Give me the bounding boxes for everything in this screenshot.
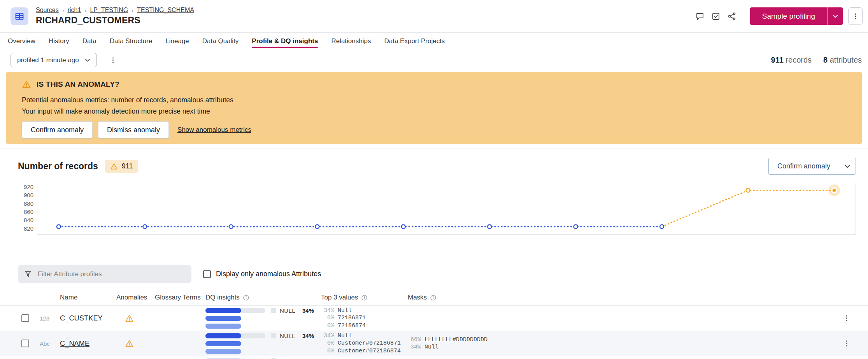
tab-profile-dq-insights[interactable]: Profile & DQ insights: [252, 33, 318, 50]
y-axis-tick: 860: [24, 208, 33, 215]
y-axis-tick: 820: [24, 225, 33, 232]
filter-funnel-icon: [24, 270, 32, 278]
column-dq-insights: DQ insights: [205, 294, 240, 301]
warning-icon: [110, 163, 118, 170]
attribute-link[interactable]: C_NAME: [60, 340, 89, 347]
confirm-anomaly-button[interactable]: Confirm anomaly: [22, 121, 93, 138]
breadcrumb: Sources › rich1 › LP_TESTING › TESTING_S…: [36, 7, 194, 14]
row-checkbox[interactable]: [21, 314, 29, 322]
breadcrumb-separator: ›: [62, 7, 64, 14]
anomaly-banner-title: IS THIS AN ANOMALY?: [22, 81, 846, 88]
sample-profiling-split-button: Sample profiling: [750, 7, 843, 25]
tab-data-export-projects[interactable]: Data Export Projects: [384, 33, 445, 50]
filter-attributes-input[interactable]: [37, 270, 185, 278]
attribute-link[interactable]: C_CUSTKEY: [60, 314, 103, 322]
anomaly-warning-icon[interactable]: [125, 314, 134, 323]
dq-insights-cell: NULL 34%: [205, 307, 321, 329]
breadcrumb-schema[interactable]: TESTING_SCHEMA: [137, 7, 194, 14]
data-point: [746, 188, 750, 192]
column-anomalies: Anomalies: [116, 294, 155, 301]
tab-bar: Overview History Data Data Structure Lin…: [0, 33, 868, 50]
sample-profiling-button[interactable]: Sample profiling: [750, 7, 827, 25]
records-count: 911 records: [771, 56, 812, 65]
attribute-type-string: Abc: [40, 340, 60, 347]
records-section-title: Number of records: [18, 161, 98, 172]
null-label: NULL: [280, 307, 295, 314]
sample-profiling-dropdown-button[interactable]: [827, 7, 843, 25]
row-menu-button[interactable]: [833, 339, 860, 348]
profile-version-select[interactable]: profiled 1 minute ago: [11, 53, 97, 67]
tab-data[interactable]: Data: [82, 33, 96, 50]
toolbar-more-options-button[interactable]: [107, 53, 119, 67]
dq-insights-cell: NULL 34%: [205, 333, 321, 355]
masks-cell: 66%LLLLLLLL#DDDDDDDDD 34%Null: [403, 336, 833, 351]
table-entity-icon: [11, 7, 28, 25]
breadcrumb-source-name[interactable]: rich1: [68, 7, 81, 14]
share-icon[interactable]: [724, 8, 740, 24]
anomalous-only-checkbox[interactable]: [203, 270, 211, 278]
tab-overview[interactable]: Overview: [8, 33, 35, 50]
attributes-table-header: Name Anomalies Glossary Terms DQ insight…: [0, 290, 868, 305]
data-point: [402, 225, 405, 229]
top3-values-cell: 34%Null 0%72186871 0%72186874: [321, 307, 403, 330]
task-check-icon[interactable]: [708, 8, 724, 24]
header-more-options-button[interactable]: [848, 7, 863, 25]
tab-data-quality[interactable]: Data Quality: [202, 33, 239, 50]
anomaly-warning-icon[interactable]: [125, 339, 134, 348]
table-row-c-custkey: 123 C_CUSTKEY NULL 34% 34%Null 0%7218687…: [0, 305, 868, 331]
column-masks: Masks: [408, 294, 427, 301]
data-point: [315, 225, 319, 229]
row-menu-button[interactable]: [833, 314, 860, 322]
column-name: Name: [60, 294, 116, 301]
breadcrumb-sources[interactable]: Sources: [36, 7, 59, 14]
confirm-anomaly-split-button: Confirm anomaly: [768, 158, 856, 175]
anomaly-banner: IS THIS AN ANOMALY? Potential anomalous …: [6, 72, 862, 144]
profile-counts: 911 records 8 attributes: [771, 56, 862, 65]
data-point: [487, 225, 491, 229]
row-checkbox[interactable]: [21, 340, 29, 347]
show-anomalous-metrics-link[interactable]: Show anomalous metrics: [177, 126, 251, 134]
series-anomaly-line: [662, 190, 834, 226]
comment-icon[interactable]: [692, 8, 708, 24]
table-row-partial: NULL 33% 33%Null 33%Null: [0, 356, 868, 359]
null-label: NULL: [280, 333, 295, 339]
breadcrumb-separator: ›: [132, 7, 133, 14]
data-point: [57, 225, 61, 229]
null-label: NULL: [280, 358, 295, 359]
records-chart: 920900880860840820: [18, 183, 856, 235]
tab-data-structure[interactable]: Data Structure: [110, 33, 153, 50]
info-icon[interactable]: [430, 294, 437, 301]
y-axis-tick: 920: [24, 184, 33, 190]
tab-lineage[interactable]: Lineage: [165, 33, 189, 50]
info-icon[interactable]: [361, 294, 368, 301]
masks-cell: —: [403, 314, 833, 322]
anomalous-only-toggle: Display only anomalous Attributes: [203, 270, 321, 278]
null-percent: 33%: [302, 358, 314, 359]
page-title: RICHARD_CUSTOMERS: [36, 15, 194, 26]
data-point: [229, 225, 233, 229]
records-line-chart[interactable]: [37, 183, 856, 234]
anomaly-banner-line2: Your input will make anomaly detection m…: [22, 107, 846, 115]
column-top-3-values: Top 3 values: [321, 294, 358, 301]
dq-bars: [205, 308, 265, 329]
top3-values-cell: 34%Null 0%Customer#072186871 0%Customer#…: [321, 332, 403, 355]
info-icon[interactable]: [243, 294, 249, 301]
null-legend-chip: [271, 308, 276, 313]
records-section: Number of records 911 Confirm anomaly 92…: [0, 149, 868, 254]
tab-history[interactable]: History: [49, 33, 69, 50]
dismiss-anomaly-button[interactable]: Dismiss anomaly: [98, 121, 169, 138]
attributes-count: 8 attributes: [823, 56, 862, 65]
anomaly-banner-line1: Potential anomalous metrics: number of r…: [22, 96, 846, 104]
profile-toolbar: profiled 1 minute ago 911 records 8 attr…: [0, 50, 868, 67]
null-legend-chip: [271, 333, 276, 338]
tab-relationships[interactable]: Relationships: [331, 33, 371, 50]
breadcrumb-catalog[interactable]: LP_TESTING: [90, 7, 128, 14]
data-point: [143, 225, 147, 229]
attributes-section: Display only anomalous Attributes Name A…: [0, 254, 868, 359]
chart-y-axis: 920900880860840820: [18, 183, 37, 235]
y-axis-tick: 900: [24, 192, 33, 198]
records-confirm-anomaly-dropdown[interactable]: [839, 158, 856, 175]
column-glossary-terms: Glossary Terms: [155, 294, 205, 301]
records-confirm-anomaly-button[interactable]: Confirm anomaly: [768, 158, 839, 175]
table-row-c-name: Abc C_NAME NULL 34% 34%Null 0%Customer#0…: [0, 331, 868, 356]
